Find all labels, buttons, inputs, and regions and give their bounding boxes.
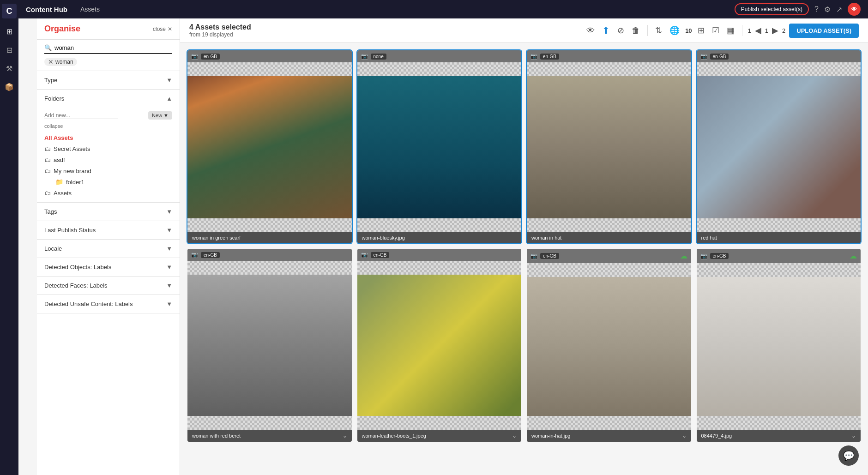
cloud-sync-icon: ☁: [680, 252, 687, 260]
last-publish-status-header[interactable]: Last Publish Status ▼: [37, 221, 180, 239]
asset-card[interactable]: 📷 en-GB ☁ 084479_4.jpg ⌄: [697, 249, 861, 442]
checker-top: [527, 62, 691, 76]
remove-tag-button[interactable]: ✕: [48, 59, 54, 65]
app-logo[interactable]: C: [2, 4, 17, 18]
asset-name: woman in green scarf: [192, 235, 347, 241]
masonry-view-button[interactable]: ▦: [725, 24, 736, 37]
last-publish-status-label: Last Publish Status: [44, 227, 96, 234]
asset-name: woman with red beret: [192, 433, 343, 439]
svg-text:C: C: [6, 6, 12, 16]
asset-top-bar: 📷 en-GB: [187, 50, 352, 62]
user-avatar[interactable]: 👁: [848, 3, 861, 16]
nav-icon-packages[interactable]: 📦: [2, 79, 17, 94]
asset-chevron[interactable]: ⌄: [682, 433, 687, 439]
upload-assets-button[interactable]: UPLOAD ASSET(S): [789, 24, 859, 38]
last-publish-status-section: Last Publish Status ▼: [37, 221, 180, 240]
grid-view-button[interactable]: ⊞: [696, 24, 706, 37]
folders-filter-header[interactable]: Folders ▲: [37, 90, 180, 108]
tags-filter-header[interactable]: Tags ▼: [37, 203, 180, 221]
preview-button[interactable]: 👁: [585, 24, 597, 37]
camera-icon: 📷: [191, 53, 198, 60]
nav-icon-grid[interactable]: ⊞: [2, 24, 17, 39]
checker-top: [697, 263, 861, 277]
folder-label: folder1: [66, 179, 84, 186]
checker-top: [527, 263, 691, 277]
locale-filter-header[interactable]: Locale ▼: [37, 240, 180, 258]
detected-faces-label: Detected Faces: Labels: [44, 282, 108, 289]
collapse-link[interactable]: collapse: [44, 123, 172, 129]
asset-card[interactable]: 📷 none woman-bluesky.jpg: [357, 50, 522, 243]
asset-chevron[interactable]: ⌄: [851, 433, 856, 439]
sort-button[interactable]: ⇅: [653, 24, 664, 37]
asset-label: woman-bluesky.jpg: [357, 232, 522, 243]
asset-chevron[interactable]: ⌄: [512, 433, 517, 439]
detected-objects-header[interactable]: Detected Objects: Labels ▼: [37, 258, 180, 276]
checker-top: [357, 261, 522, 275]
detected-unsafe-header[interactable]: Detected Unsafe Content: Labels ▼: [37, 295, 180, 313]
asset-card[interactable]: 📷 en-GB woman in green scarf: [187, 50, 352, 243]
asset-image-area: [697, 62, 861, 232]
asset-photo: [697, 62, 861, 232]
asset-top-bar: 📷 en-GB: [357, 249, 522, 261]
asset-photo: [697, 263, 861, 430]
asset-card[interactable]: 📷 en-GB ☁ woman-in-hat.jpg ⌄: [527, 249, 691, 442]
nav-icon-tools[interactable]: ⚒: [2, 61, 17, 76]
publish-selected-button[interactable]: Publish selected asset(s): [735, 3, 809, 15]
camera-icon: 📷: [361, 252, 368, 258]
help-icon[interactable]: ?: [814, 5, 819, 13]
folder-icon: 📁: [55, 178, 63, 186]
sidebar: Organise close ✕ 🔍 ✕ woman Type ▼: [37, 18, 180, 475]
checker-bottom: [527, 416, 691, 430]
locale-badge: en-GB: [201, 54, 220, 60]
asset-card[interactable]: 📷 en-GB woman-leather-boots_1.jpeg ⌄: [357, 249, 522, 442]
folder-item-folder1[interactable]: 📁 folder1: [44, 176, 172, 187]
folder-item-all-assets[interactable]: All Assets: [44, 132, 172, 143]
folder-icon: 🗂: [44, 167, 51, 174]
asset-name: 084479_4.jpg: [701, 433, 852, 439]
asset-card[interactable]: 📷 en-GB woman in hat: [527, 50, 691, 243]
asset-card[interactable]: 📷 en-GB red hat: [697, 50, 861, 243]
nav-icon-filter[interactable]: ⊟: [2, 42, 17, 57]
asset-top-bar: 📷 en-GB: [697, 50, 861, 62]
detected-objects-label: Detected Objects: Labels: [44, 264, 111, 271]
prev-page-button[interactable]: ◀: [753, 24, 763, 37]
locale-badge: en-GB: [710, 54, 729, 60]
chat-icon[interactable]: 💬: [838, 445, 859, 466]
asset-top-bar: 📷 en-GB ☁: [697, 249, 861, 263]
folder-item-asdf[interactable]: 🗂 asdf: [44, 154, 172, 165]
asset-label: woman in hat: [527, 232, 691, 243]
folder-icon: 🗂: [44, 189, 51, 197]
locale-filter-section: Locale ▼: [37, 240, 180, 258]
unpublish-button[interactable]: ⊘: [615, 24, 626, 37]
locale-badge: en-GB: [710, 253, 729, 259]
checker-bottom: [187, 416, 352, 430]
detected-objects-section: Detected Objects: Labels ▼: [37, 258, 180, 277]
upload-cloud-button[interactable]: ⬆: [600, 23, 612, 38]
asset-card[interactable]: 📷 en-GB woman with red beret ⌄: [187, 249, 352, 442]
folder-item-secret-assets[interactable]: 🗂 Secret Assets: [44, 143, 172, 154]
close-button[interactable]: close ✕: [153, 26, 172, 32]
external-link-icon[interactable]: ↗: [836, 5, 842, 14]
settings-icon[interactable]: ⚙: [824, 5, 831, 14]
close-icon[interactable]: ✕: [168, 26, 172, 32]
add-new-input[interactable]: [44, 112, 118, 119]
next-page-button[interactable]: ▶: [770, 24, 780, 37]
camera-icon: 📷: [530, 253, 537, 259]
detected-unsafe-arrow: ▼: [166, 301, 172, 307]
type-filter-header[interactable]: Type ▼: [37, 71, 180, 89]
language-button[interactable]: 🌐: [668, 24, 681, 37]
asset-chevron[interactable]: ⌄: [343, 433, 347, 439]
asset-name: woman-bluesky.jpg: [362, 235, 517, 241]
new-folder-button[interactable]: New ▼: [148, 111, 172, 120]
detected-unsafe-section: Detected Unsafe Content: Labels ▼: [37, 295, 180, 313]
type-filter-label: Type: [44, 77, 57, 84]
folder-item-my-new-brand[interactable]: 🗂 My new brand: [44, 165, 172, 176]
asset-label: 084479_4.jpg ⌄: [697, 430, 861, 442]
detected-faces-header[interactable]: Detected Faces: Labels ▼: [37, 277, 180, 295]
delete-button[interactable]: 🗑: [630, 24, 642, 37]
asset-top-bar: 📷 en-GB ☁: [527, 249, 691, 263]
folder-item-assets[interactable]: 🗂 Assets: [44, 187, 172, 198]
list-view-button[interactable]: ☑: [710, 24, 721, 37]
asset-image-area: [357, 261, 522, 430]
search-input[interactable]: [54, 44, 172, 51]
